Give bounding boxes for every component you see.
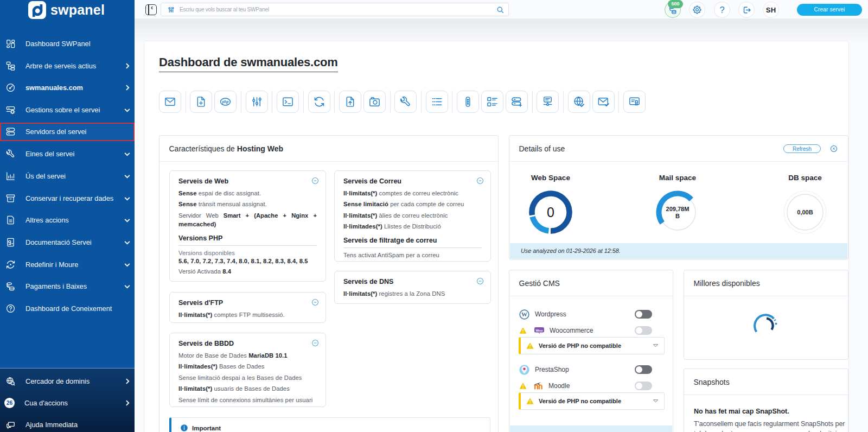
svg-text:0: 0 [547, 205, 554, 220]
svg-text:0,00B: 0,00B [797, 209, 813, 215]
svg-text:php: php [222, 99, 229, 104]
svg-text:Woo: Woo [536, 329, 543, 332]
svg-text:B: B [675, 213, 680, 219]
svg-text:W: W [521, 311, 527, 317]
svg-text:209,78M: 209,78M [666, 206, 690, 212]
